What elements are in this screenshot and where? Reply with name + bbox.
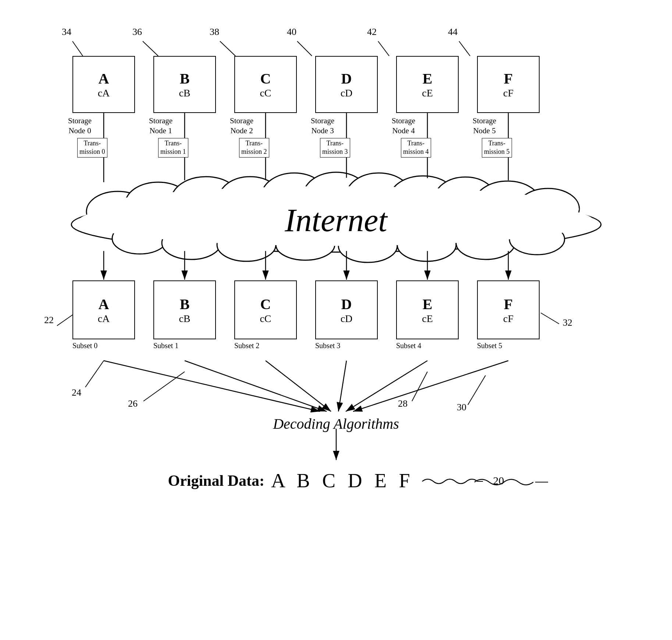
svg-point-8 xyxy=(390,176,456,220)
top-transmission-A: Trans-mission 0 xyxy=(77,138,107,158)
ref-40: 40 xyxy=(287,26,296,38)
svg-line-37 xyxy=(266,361,331,411)
ref-42: 42 xyxy=(367,26,377,38)
svg-line-46 xyxy=(378,41,389,56)
bottom-node-A-subset: Subset 0 xyxy=(72,342,97,350)
bottom-node-D-letter: D xyxy=(341,296,352,313)
svg-point-2 xyxy=(125,182,191,226)
top-transmission-D: Trans-mission 3 xyxy=(320,138,350,158)
decoding-label: Decoding Algorithms xyxy=(273,415,399,432)
svg-line-40 xyxy=(353,361,508,411)
ref-32: 32 xyxy=(563,317,572,328)
svg-line-48 xyxy=(57,315,73,326)
svg-line-47 xyxy=(459,41,470,56)
svg-line-52 xyxy=(468,375,486,405)
bottom-node-F: F cF xyxy=(477,280,540,339)
svg-point-10 xyxy=(474,181,541,225)
svg-point-3 xyxy=(171,177,241,224)
bottom-node-C-letter: C xyxy=(260,296,271,313)
bottom-node-B-subset: Subset 1 xyxy=(153,342,178,350)
internet-label: Internet xyxy=(285,202,387,239)
svg-line-36 xyxy=(185,361,327,411)
top-transmission-C: Trans-mission 2 xyxy=(239,138,269,158)
top-transmission-E: Trans-mission 4 xyxy=(401,138,431,158)
top-node-C-letter: C xyxy=(260,70,271,87)
top-node-B-label: StorageNode 1 xyxy=(149,116,173,136)
top-node-D: D cD xyxy=(315,56,378,113)
top-node-A-letter: A xyxy=(99,70,109,87)
bottom-node-B-letter: B xyxy=(180,296,190,313)
top-node-F-code: cF xyxy=(503,87,513,99)
svg-line-43 xyxy=(143,41,158,56)
top-node-A: A cA xyxy=(72,56,135,113)
original-data-values: A B C D E F xyxy=(271,469,414,492)
top-node-B: B cB xyxy=(153,56,216,113)
bottom-node-A-letter: A xyxy=(99,296,109,313)
bottom-node-E-subset: Subset 4 xyxy=(396,342,421,350)
svg-line-50 xyxy=(143,372,185,401)
ref-38: 38 xyxy=(210,26,219,38)
svg-point-9 xyxy=(434,177,497,223)
bottom-node-C-subset: Subset 2 xyxy=(234,342,259,350)
original-data-row: Original Data: A B C D E F 20 xyxy=(168,469,504,492)
top-transmission-F: Trans-mission 5 xyxy=(482,138,512,158)
bottom-node-F-subset: Subset 5 xyxy=(477,342,502,350)
bottom-node-D-code: cD xyxy=(341,313,353,325)
svg-point-11 xyxy=(517,188,579,229)
svg-point-12 xyxy=(112,223,167,254)
svg-line-51 xyxy=(412,372,427,401)
top-node-C: C cC xyxy=(234,56,297,113)
original-data-label: Original Data: xyxy=(168,472,264,489)
bottom-node-B: B cB xyxy=(153,280,216,339)
bottom-node-E-letter: E xyxy=(423,296,433,313)
wavy-ref-line xyxy=(420,475,487,487)
top-node-E-code: cE xyxy=(422,87,433,99)
svg-line-39 xyxy=(346,361,427,411)
top-transmission-B: Trans-mission 1 xyxy=(158,138,188,158)
top-node-D-code: cD xyxy=(341,87,353,99)
top-node-F-label: StorageNode 5 xyxy=(473,116,496,136)
svg-line-42 xyxy=(72,41,83,56)
top-node-E-label: StorageNode 4 xyxy=(392,116,415,136)
top-node-F: F cF xyxy=(477,56,540,113)
top-node-F-letter: F xyxy=(504,70,513,87)
top-node-D-letter: D xyxy=(341,70,352,87)
top-node-B-letter: B xyxy=(180,70,190,87)
bottom-node-E-code: cE xyxy=(422,313,433,325)
ref-34: 34 xyxy=(62,26,71,38)
top-node-D-label: StorageNode 3 xyxy=(311,116,334,136)
svg-line-49 xyxy=(85,361,104,387)
bottom-node-F-letter: F xyxy=(504,296,513,313)
svg-point-18 xyxy=(456,226,515,259)
bottom-node-F-code: cF xyxy=(503,313,513,325)
bottom-node-E: E cE xyxy=(396,280,459,339)
bottom-node-B-code: cB xyxy=(179,313,190,325)
top-node-A-code: cA xyxy=(98,87,110,99)
bottom-node-D-subset: Subset 3 xyxy=(315,342,340,350)
ref-28: 28 xyxy=(398,398,408,409)
top-node-E-letter: E xyxy=(423,70,433,87)
bottom-node-C-code: cC xyxy=(260,313,271,325)
svg-point-4 xyxy=(219,177,281,221)
svg-point-17 xyxy=(397,228,456,261)
svg-line-44 xyxy=(220,41,235,56)
top-node-E: E cE xyxy=(396,56,459,113)
ref-44: 44 xyxy=(448,26,458,38)
ref-36: 36 xyxy=(132,26,142,38)
ref-22: 22 xyxy=(44,315,54,326)
top-node-A-label: StorageNode 0 xyxy=(68,116,92,136)
bottom-node-A-code: cA xyxy=(98,313,110,325)
top-node-B-code: cB xyxy=(179,87,190,99)
top-node-C-label: StorageNode 2 xyxy=(230,116,253,136)
svg-line-45 xyxy=(297,41,312,56)
bottom-node-D: D cD xyxy=(315,280,378,339)
ref-24: 24 xyxy=(72,387,81,398)
diagram-container: 34 36 38 40 42 44 A cA StorageNode 0 Tra… xyxy=(0,0,672,640)
svg-point-1 xyxy=(86,191,149,232)
svg-point-14 xyxy=(217,228,276,261)
svg-point-19 xyxy=(509,224,565,255)
svg-line-38 xyxy=(338,361,346,411)
bottom-node-A: A cA xyxy=(72,280,135,339)
ref-20: 20 xyxy=(493,474,504,487)
top-node-C-code: cC xyxy=(260,87,271,99)
